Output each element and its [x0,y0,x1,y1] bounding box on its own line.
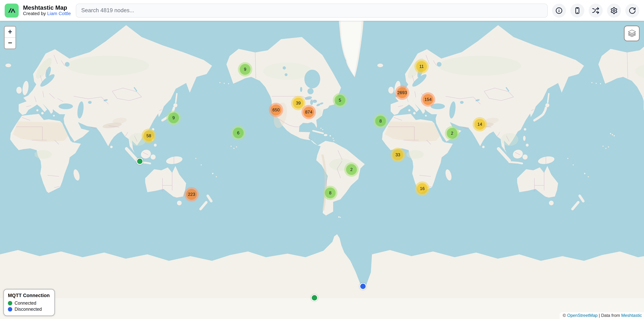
meshtastic-link[interactable]: Meshtastic [621,313,642,318]
smartphone-icon [574,7,581,14]
page-title: Meshtastic Map [23,4,71,11]
search-input[interactable] [76,3,548,17]
node-cluster-count: 2693 [397,87,408,98]
legend-label: Connected [14,301,36,306]
author-link[interactable]: Liam Cottle [47,11,71,16]
node-cluster[interactable]: 874 [302,105,316,119]
node-cluster-count: 2 [447,128,458,139]
node-cluster-count: 154 [422,94,434,105]
node-cluster-count: 14 [474,119,485,130]
node-cluster[interactable]: 14 [472,117,487,131]
refresh-icon [628,7,636,14]
node-cluster-count: 39 [293,98,304,108]
node-marker-connected[interactable] [136,158,143,165]
copyright-symbol: © [563,313,567,318]
title-block: Meshtastic Map Created by Liam Cottle [23,4,71,16]
random-node-button[interactable] [589,3,603,17]
node-cluster-count: 33 [392,149,403,160]
gear-icon [610,7,618,14]
node-cluster-count: 9 [240,64,250,75]
attribution-separator: | Data from [598,313,621,318]
node-cluster-count: 8 [325,188,336,198]
node-cluster[interactable]: 33 [391,148,405,162]
attribution: © OpenStreetMap | Data from Meshtastic [560,312,644,319]
node-cluster[interactable]: 154 [421,92,435,107]
node-cluster[interactable]: 5 [333,93,347,107]
node-cluster[interactable]: 2 [445,126,459,140]
refresh-button[interactable] [625,3,639,17]
meshtastic-logo-icon [5,3,19,17]
node-cluster[interactable]: 2 [344,162,359,177]
legend-item-disconnected: Disconnected [8,307,50,312]
legend-item-connected: Connected [8,301,50,306]
node-cluster[interactable]: 223 [184,187,199,202]
markers-layer: 911269315439565087498142658332168223 [0,21,644,319]
node-cluster[interactable]: 58 [142,129,156,143]
node-cluster-count: 650 [270,104,282,115]
byline-prefix: Created by [23,11,47,16]
disconnected-dot-icon [8,307,12,312]
info-icon [555,7,563,14]
legend-title: MQTT Connection [8,293,50,298]
node-cluster-count: 58 [144,130,154,141]
node-cluster-count: 5 [334,95,345,106]
map-canvas[interactable]: 911269315439565087498142658332168223 + −… [0,21,644,319]
zoom-in-button[interactable]: + [5,26,16,38]
zoom-control: + − [4,26,16,49]
info-button[interactable] [552,3,566,17]
node-cluster-count: 16 [417,183,428,194]
legend-label: Disconnected [14,307,42,312]
device-button[interactable] [570,3,584,17]
node-marker-disconnected[interactable] [360,283,366,290]
node-cluster[interactable]: 9 [238,62,252,76]
connected-dot-icon [8,301,12,305]
mqtt-legend: MQTT Connection Connected Disconnected [3,289,55,316]
node-cluster-count: 6 [233,128,244,138]
node-cluster[interactable]: 9 [166,111,181,125]
node-cluster-count: 11 [416,61,427,72]
settings-button[interactable] [607,3,621,17]
shuffle-icon [592,7,600,14]
node-cluster[interactable]: 2693 [395,85,409,100]
node-cluster[interactable]: 8 [323,186,338,200]
openstreetmap-link[interactable]: OpenStreetMap [567,313,598,318]
byline: Created by Liam Cottle [23,11,71,16]
node-cluster-count: 874 [303,107,314,117]
node-cluster[interactable]: 6 [231,126,246,140]
app-header: Meshtastic Map Created by Liam Cottle [0,0,644,21]
node-cluster[interactable]: 650 [269,103,283,117]
node-cluster-count: 2 [346,164,357,175]
node-cluster[interactable]: 16 [415,181,430,196]
layers-icon [627,28,637,38]
zoom-out-button[interactable]: − [5,38,16,48]
node-marker-connected[interactable] [311,294,318,301]
node-cluster-count: 223 [186,189,197,200]
node-cluster-count: 8 [375,116,386,126]
node-cluster[interactable]: 8 [374,114,388,128]
node-cluster-count: 9 [168,112,179,123]
layers-control[interactable] [624,25,640,41]
node-cluster[interactable]: 11 [414,59,429,74]
